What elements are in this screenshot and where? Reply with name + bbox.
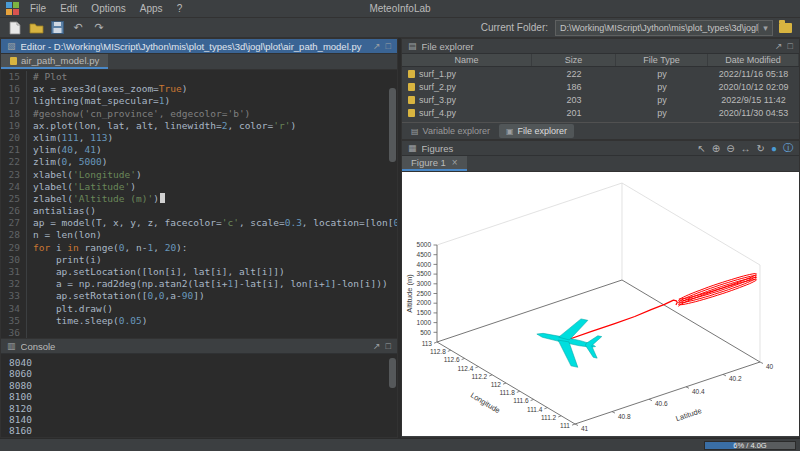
new-file-icon (9, 21, 21, 35)
cell-name: surf_2.py (402, 82, 532, 92)
select-icon[interactable]: ↖ (697, 143, 705, 154)
code-line[interactable]: 26antialias() (1, 205, 397, 217)
line-number: 25 (1, 193, 27, 205)
tick-label: 111.2 (541, 414, 557, 421)
memory-indicator[interactable]: 6% / 4.0G (704, 441, 796, 450)
column-header-name[interactable]: Name (402, 54, 532, 66)
code-text: ax.plot(lon, lat, alt, linewidth=2, colo… (33, 120, 296, 132)
code-line[interactable]: 29for i in range(0, n-1, 20): (1, 242, 397, 254)
line-number: 27 (1, 217, 27, 229)
console-line: 8060 (9, 368, 397, 379)
console-output[interactable]: 8040806080808100812081408160 (1, 354, 397, 438)
zoom-out-icon[interactable]: ⊖ (726, 143, 734, 154)
menu-options[interactable]: Options (84, 2, 132, 15)
cell-size: 201 (532, 108, 616, 118)
code-line[interactable]: 34 plt.draw() (1, 303, 397, 315)
globe-icon[interactable]: ● (771, 143, 777, 154)
maximize-panel-icon[interactable]: □ (386, 42, 391, 51)
explorer-title-bar[interactable]: ▤ File explorer ↗ □ (402, 39, 799, 54)
zoom-in-icon[interactable]: ⊕ (712, 143, 720, 154)
code-line[interactable]: 28n = len(lon) (1, 229, 397, 241)
cell-size: 222 (532, 69, 616, 79)
column-header-date-modified[interactable]: Date Modified (708, 54, 799, 66)
code-line[interactable]: 23xlabel('Longitude') (1, 169, 397, 181)
main-toolbar: ↶ ↷ Current Folder: D:\Working\MIScript\… (0, 18, 800, 38)
code-line[interactable]: 24ylabel('Latitude') (1, 181, 397, 193)
tick-label: 4000 (417, 261, 432, 268)
table-row[interactable]: surf_2.py186py2020/10/12 02:09 (402, 80, 799, 93)
current-folder-combobox[interactable]: D:\Working\MIScript\Jython\mis\plot_type… (555, 20, 773, 36)
float-panel-icon[interactable]: ↗ (373, 42, 381, 51)
code-text: ap = model(T, x, y, z, facecolor='c', sc… (33, 217, 397, 229)
console-panel-icon: ▥ (7, 341, 16, 351)
float-panel-icon[interactable]: ↗ (775, 42, 783, 51)
cell-name: surf_1.py (402, 69, 532, 79)
column-header-size[interactable]: Size (532, 54, 616, 66)
code-line[interactable]: 19ax.plot(lon, lat, alt, linewidth=2, co… (1, 120, 397, 132)
undo-button[interactable]: ↶ (69, 20, 87, 36)
editor-title-bar[interactable]: ▧ Editor - D:\Working\MIScript\Jython\mi… (1, 39, 397, 54)
code-line[interactable]: 30 print(i) (1, 254, 397, 266)
maximize-panel-icon[interactable]: □ (386, 342, 391, 351)
close-icon[interactable]: × (452, 157, 458, 168)
code-line[interactable]: 18#geoshow('cn_province', edgecolor='b') (1, 108, 397, 120)
menu-edit[interactable]: Edit (53, 2, 84, 15)
python-file-icon (408, 96, 415, 104)
code-text: plt.draw() (33, 303, 113, 315)
identify-icon[interactable]: ⓘ (783, 141, 793, 155)
table-row[interactable]: surf_1.py222py2022/11/16 05:18 (402, 67, 799, 80)
undo-icon: ↶ (73, 21, 82, 34)
save-button[interactable] (48, 20, 66, 36)
new-file-button[interactable] (6, 20, 24, 36)
menu-apps[interactable]: Apps (133, 2, 170, 15)
code-line[interactable]: 32 a = np.rad2deg(np.atan2(lat[i+1]-lat[… (1, 278, 397, 290)
code-line[interactable]: 17lighting(mat_specular=1) (1, 95, 397, 107)
menu-file[interactable]: File (23, 2, 53, 15)
rotate-icon[interactable]: ↻ (757, 143, 765, 154)
code-line[interactable]: 35 time.sleep(0.05) (1, 315, 397, 327)
console-scrollbar[interactable] (389, 358, 396, 388)
code-line[interactable]: 20xlim(111, 113) (1, 132, 397, 144)
code-line[interactable]: 33 ap.setRotation([0,0,a-90]) (1, 290, 397, 302)
tick-label: 111.8 (499, 389, 515, 396)
menu-help[interactable]: ? (170, 2, 190, 15)
code-line[interactable]: 16ax = axes3d(axes_zoom=True) (1, 83, 397, 95)
tick-label: 112.4 (458, 365, 474, 372)
figures-title-bar[interactable]: ▦ Figures ↖⊕⊖↔↻●ⓘ (402, 141, 799, 156)
browse-folder-button[interactable] (776, 20, 794, 36)
maximize-panel-icon[interactable]: □ (788, 42, 793, 51)
code-line[interactable]: 31 ap.setLocation([lon[i], lat[i], alt[i… (1, 266, 397, 278)
code-line[interactable]: 22zlim(0, 5000) (1, 156, 397, 168)
cell-name: surf_4.py (402, 108, 532, 118)
line-number: 19 (1, 120, 27, 132)
figure-canvas[interactable]: 113112.8112.6112.4112.2112111.8111.6111.… (402, 172, 799, 436)
console-line: 8080 (9, 380, 397, 391)
console-title-bar[interactable]: ▥ Console ↗ □ (1, 339, 397, 354)
tab-file-explorer[interactable]: ▣File explorer (499, 124, 574, 138)
column-header-file-type[interactable]: File Type (616, 54, 708, 66)
code-text: antialias() (33, 205, 96, 217)
tick-label: 40.4 (692, 388, 705, 395)
redo-icon: ↷ (94, 21, 103, 34)
plot-3d[interactable]: 113112.8112.6112.4112.2112111.8111.6111.… (402, 172, 799, 436)
cell-file-type: py (616, 69, 708, 79)
code-line[interactable]: 15# Plot (1, 71, 397, 83)
tab-variable-explorer[interactable]: ▤Variable explorer (404, 124, 497, 138)
code-editor[interactable]: 15# Plot16ax = axes3d(axes_zoom=True)17l… (1, 70, 397, 339)
code-line[interactable]: 27ap = model(T, x, y, z, facecolor='c', … (1, 217, 397, 229)
code-line[interactable]: 25zlabel('Altitude (m)') (1, 193, 397, 205)
redo-button[interactable]: ↷ (90, 20, 108, 36)
pan-icon[interactable]: ↔ (741, 143, 751, 154)
tab-figure-1[interactable]: Figure 1 × (402, 156, 467, 171)
table-row[interactable]: surf_4.py201py2020/11/30 04:53 (402, 106, 799, 119)
python-file-icon (408, 83, 415, 91)
tick-label: 500 (420, 329, 431, 336)
line-number: 34 (1, 303, 27, 315)
code-line[interactable]: 21ylim(40, 41) (1, 144, 397, 156)
editor-scrollbar[interactable] (389, 88, 396, 162)
tab-air-path-model[interactable]: air_path_model.py (1, 54, 108, 69)
python-file-icon (10, 57, 17, 65)
open-file-button[interactable] (27, 20, 45, 36)
float-panel-icon[interactable]: ↗ (373, 342, 381, 351)
table-row[interactable]: surf_3.py203py2022/9/15 11:42 (402, 93, 799, 106)
